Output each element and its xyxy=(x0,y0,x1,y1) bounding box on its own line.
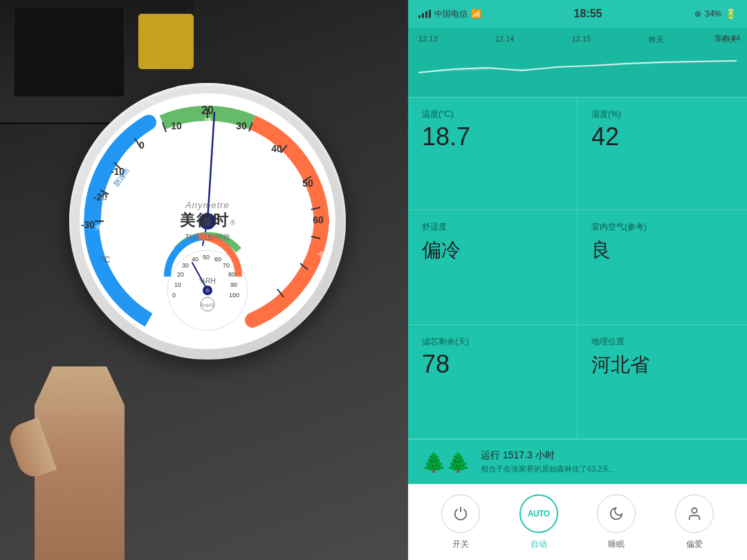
status-right: ⊕ 34% 🔋 xyxy=(694,8,737,19)
air-value: 良 xyxy=(591,237,733,263)
filter-label: 滤芯剩余(天) xyxy=(422,336,563,348)
controls-bar: 开关 AUTO 自动 睡眠 偏爱 xyxy=(408,484,747,560)
sleep-label: 睡眠 xyxy=(608,539,625,550)
status-time: 18:55 xyxy=(574,8,602,20)
svg-text:10: 10 xyxy=(174,281,181,288)
svg-text:0: 0 xyxy=(172,292,176,299)
location-value: 河北省 xyxy=(591,352,733,378)
wifi-icon: 📶 xyxy=(471,9,481,19)
svg-text:40: 40 xyxy=(271,143,282,154)
svg-text:70: 70 xyxy=(223,262,230,269)
metric-air-quality: 室内空气(参考) 良 xyxy=(578,210,747,324)
app-panel: 中国电信 📶 18:55 ⊕ 34% 🔋 室内 44 12.13 12.14 1… xyxy=(408,0,747,560)
chart-date-3: 12.15 xyxy=(572,35,591,45)
status-left: 中国电信 📶 xyxy=(418,8,481,20)
sleep-button[interactable]: 睡眠 xyxy=(597,494,636,550)
svg-text:°C: °C xyxy=(100,254,111,265)
power-label: 开关 xyxy=(452,539,469,550)
location-icon: ⊕ xyxy=(694,9,701,19)
thermometer-photo-panel: -30 -20 -10 0 10 20 30 40 50 60 °C 舒 适 xyxy=(0,0,408,560)
favorite-button[interactable]: 偏爱 xyxy=(675,494,714,550)
svg-text:RoHS: RoHS xyxy=(201,303,214,308)
metric-filter: 滤芯剩余(天) 78 xyxy=(408,325,578,439)
chart-date-1: 12.13 xyxy=(418,35,438,45)
brand-name-en: Anymetre xyxy=(180,200,235,210)
metric-comfort: 舒适度 偏冷 xyxy=(408,210,578,324)
power-button[interactable]: 开关 xyxy=(441,494,480,550)
svg-text:30: 30 xyxy=(182,262,189,269)
running-hours: 运行 1517.3 小时 xyxy=(481,449,617,462)
chart-date-4: 昨天 xyxy=(649,35,664,45)
thermometer-gauge: -30 -20 -10 0 10 20 30 40 50 60 °C 舒 适 xyxy=(69,83,346,360)
metric-humidity: 湿度(%) 42 xyxy=(578,97,747,210)
hum-label: 湿度(%) xyxy=(591,109,733,120)
running-section: 🌲🌲 运行 1517.3 小时 相当于在张家界的原始森林住了63.2天。 xyxy=(408,439,747,484)
svg-point-50 xyxy=(205,288,210,292)
comfort-value: 偏冷 xyxy=(422,237,563,263)
location-label: 地理位置 xyxy=(591,336,733,348)
yellow-object-background xyxy=(138,14,194,69)
chart-date-5: 今天 xyxy=(721,35,737,45)
temp-value: 18.7 xyxy=(422,124,563,149)
auto-circle[interactable]: AUTO xyxy=(519,494,558,533)
svg-text:适: 适 xyxy=(204,118,212,126)
signal-bars xyxy=(418,10,431,18)
svg-text:-30: -30 xyxy=(81,219,95,230)
metric-location: 地理位置 河北省 xyxy=(578,325,747,439)
hand-holding xyxy=(14,353,152,560)
svg-text:10: 10 xyxy=(171,120,182,131)
signal-bar-2 xyxy=(422,13,424,18)
chart-date-2: 12.14 xyxy=(495,35,515,45)
svg-text:80: 80 xyxy=(228,271,235,278)
power-circle[interactable] xyxy=(441,494,480,533)
auto-icon-text: AUTO xyxy=(528,509,550,519)
sleep-circle[interactable] xyxy=(597,494,636,533)
signal-bar-3 xyxy=(425,11,427,18)
hum-value: 42 xyxy=(591,124,733,149)
chart-dates: 12.13 12.14 12.15 昨天 今天 xyxy=(415,35,740,45)
battery-pct: 34% xyxy=(705,9,721,19)
filter-value: 78 xyxy=(422,352,563,377)
svg-text:30: 30 xyxy=(236,120,247,131)
carrier-name: 中国电信 xyxy=(434,8,468,20)
svg-text:冷: 冷 xyxy=(93,223,103,232)
svg-text:热: 热 xyxy=(320,275,330,284)
signal-bar-4 xyxy=(429,10,431,18)
svg-text:50: 50 xyxy=(203,254,210,261)
comfort-label: 舒适度 xyxy=(422,221,563,233)
status-bar: 中国电信 📶 18:55 ⊕ 34% 🔋 xyxy=(408,0,747,28)
svg-text:50: 50 xyxy=(302,178,313,189)
svg-text:60: 60 xyxy=(214,256,221,263)
running-equiv: 相当于在张家界的原始森林住了63.2天。 xyxy=(481,464,617,474)
chart-svg xyxy=(415,48,740,90)
svg-text:60: 60 xyxy=(313,214,324,225)
brand-name-cn: 美德时 xyxy=(180,210,230,231)
brand-reg-symbol: ® xyxy=(230,219,235,227)
sleep-icon xyxy=(609,506,624,521)
running-info: 运行 1517.3 小时 相当于在张家界的原始森林住了63.2天。 xyxy=(481,449,617,474)
svg-text:90: 90 xyxy=(230,281,237,288)
svg-text:20: 20 xyxy=(201,104,214,116)
gauge-inner-face: -30 -20 -10 0 10 20 30 40 50 60 °C 舒 适 xyxy=(80,93,335,349)
favorite-circle[interactable] xyxy=(675,494,714,533)
svg-text:20: 20 xyxy=(177,271,184,278)
svg-text:100: 100 xyxy=(229,292,239,299)
metric-temperature: 温度(°C) 18.7 xyxy=(408,97,578,210)
battery-icon: 🔋 xyxy=(725,8,737,19)
metrics-grid: 温度(°C) 18.7 湿度(%) 42 舒适度 偏冷 室内空气(参考) 良 滤… xyxy=(408,97,747,439)
gauge-brand-info: Anymetre 美德时 ® TH101B/明致 xyxy=(180,200,235,243)
svg-text:40: 40 xyxy=(192,256,199,263)
tree-icon: 🌲🌲 xyxy=(422,451,470,474)
svg-text:0: 0 xyxy=(139,140,145,151)
gauge-model: TH101B/明致 xyxy=(180,232,235,243)
favorite-icon xyxy=(687,506,702,521)
signal-bar-1 xyxy=(418,15,421,18)
temperature-chart-area: 室内 44 12.13 12.14 12.15 昨天 今天 xyxy=(408,28,747,97)
air-label: 室内空气(参考) xyxy=(591,221,733,233)
temp-label: 温度(°C) xyxy=(422,109,563,120)
svg-text:舒: 舒 xyxy=(190,121,198,129)
auto-button[interactable]: AUTO 自动 xyxy=(519,494,558,550)
auto-label: 自动 xyxy=(531,539,547,550)
power-icon xyxy=(453,506,468,521)
gauge-outer-ring: -30 -20 -10 0 10 20 30 40 50 60 °C 舒 适 xyxy=(69,83,346,360)
